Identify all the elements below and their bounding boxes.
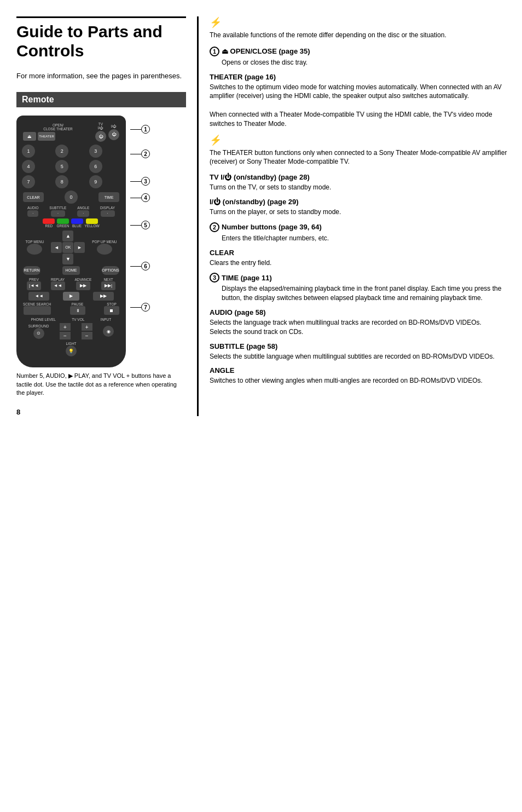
stop-button[interactable]: ⏹ (104, 306, 119, 315)
return-button[interactable]: RETURN (23, 266, 40, 275)
open-close-label: OPEN/CLOSE THEATER (23, 123, 93, 131)
green-button[interactable] (57, 218, 69, 224)
nav-ok-button[interactable]: OK (62, 242, 73, 253)
top-note-box: ⚡ The available functions of the remote … (210, 16, 511, 40)
right-column: ⚡ The available functions of the remote … (197, 16, 511, 416)
red-button[interactable] (43, 218, 55, 224)
num-0-button[interactable]: 0 (65, 191, 78, 204)
note-icon-2: ⚡ (210, 134, 511, 146)
input-button[interactable]: ◉ (103, 326, 114, 337)
item-time-body: Displays the elapsed/remaining playback … (222, 284, 511, 303)
home-button[interactable]: HOME (62, 266, 80, 275)
nav-left-button[interactable]: ◄ (51, 242, 62, 253)
time-button[interactable]: TIME (98, 192, 119, 202)
section-header: Remote (16, 92, 186, 107)
popup-menu-button[interactable] (97, 244, 112, 255)
item-audio-body: Selects the language track when multilin… (210, 318, 511, 337)
item-open-close: 1 ⏏ OPEN/CLOSE (page 35) Opens or closes… (210, 47, 511, 67)
left-column: Guide to Parts and Controls For more inf… (16, 16, 186, 416)
item-angle-body: Switches to other viewing angles when mu… (210, 376, 511, 385)
item-theater: THEATER (page 16) Switches to the optimu… (210, 73, 511, 129)
display-button[interactable]: · (101, 210, 115, 217)
item-angle: ANGLE Switches to other viewing angles w… (210, 366, 511, 385)
num-8-button[interactable]: 8 (55, 175, 68, 188)
num-4-button[interactable]: 4 (22, 160, 35, 173)
item-number-buttons-title: 2 Number buttons (page 39, 64) (210, 222, 511, 232)
tv-vol-minus[interactable]: − (82, 332, 92, 339)
theater-button[interactable]: THEATER (38, 132, 55, 141)
subtitle-button[interactable]: · (51, 210, 65, 217)
page-container: Guide to Parts and Controls For more inf… (0, 0, 522, 427)
remote-wrap: OPEN/CLOSE THEATER ⏏ THEATER TVI/⏻ ⏻ I/⏻ (16, 116, 126, 367)
advance-button[interactable]: ▶▶ (76, 281, 90, 290)
color-buttons-row: RED GREEN BLUE YELLOW (22, 218, 120, 228)
number-grid: 1 2 3 4 5 6 7 8 9 (22, 145, 120, 188)
theater-note-text: The THEATER button functions only when c… (210, 148, 511, 167)
page-title: Guide to Parts and Controls (16, 16, 186, 60)
blue-button[interactable] (71, 218, 83, 224)
phone-vol-minus[interactable]: − (60, 332, 71, 339)
eject-button[interactable]: ⏏ (23, 132, 36, 141)
remote-control: OPEN/CLOSE THEATER ⏏ THEATER TVI/⏻ ⏻ I/⏻ (16, 116, 126, 367)
audio-button[interactable]: · (27, 210, 38, 217)
callout-num-3: 3 (210, 273, 219, 283)
num-6-button[interactable]: 6 (89, 160, 102, 173)
rewind-button[interactable]: ◄◄ (28, 292, 49, 301)
bracket-2: 2 (130, 137, 150, 170)
page-number: 8 (16, 408, 186, 416)
prev-button[interactable]: |◄◄ (27, 281, 41, 290)
num-9-button[interactable]: 9 (89, 175, 102, 188)
item-io-title: I/⏻ (on/standby) (page 29) (210, 198, 511, 206)
num-1-button[interactable]: 1 (22, 145, 35, 158)
remote-illustration-area: OPEN/CLOSE THEATER ⏏ THEATER TVI/⏻ ⏻ I/⏻ (16, 116, 186, 367)
num-3-button[interactable]: 3 (89, 145, 102, 158)
num-2-button[interactable]: 2 (55, 145, 68, 158)
tv-vol-plus[interactable]: + (82, 323, 92, 331)
callout-2: 2 (141, 149, 150, 158)
bracket-3: 3 (130, 170, 150, 192)
angle-button[interactable]: · (77, 210, 89, 217)
num-7-button[interactable]: 7 (22, 175, 35, 188)
callout-num-1: 1 (210, 47, 219, 56)
item-tv-io: TV I/⏻ (on/standby) (page 28) Turns on t… (210, 173, 511, 192)
theater-note-box: ⚡ The THEATER button functions only when… (210, 134, 511, 167)
options-button[interactable]: OPTIONS (102, 266, 119, 275)
item-clear: CLEAR Clears the entry field. (210, 249, 511, 268)
callout-5: 5 (141, 221, 150, 229)
power-button[interactable]: ⏻ (108, 129, 119, 140)
scene-search-button[interactable] (24, 306, 51, 315)
light-button[interactable]: 💡 (66, 345, 77, 356)
play-button[interactable]: ▶ (63, 292, 79, 301)
phone-vol-plus[interactable]: + (60, 323, 71, 331)
top-menu-button[interactable] (27, 244, 42, 255)
item-tv-io-title: TV I/⏻ (on/standby) (page 28) (210, 173, 511, 181)
fast-forward-button[interactable]: ▶▶ (93, 292, 114, 301)
pause-button[interactable]: ⏸ (70, 306, 85, 315)
nav-down-button[interactable]: ▼ (62, 254, 73, 264)
item-open-close-title: 1 ⏏ OPEN/CLOSE (page 35) (210, 47, 511, 56)
clear-button[interactable]: CLEAR (23, 192, 44, 202)
bracket-7: 7 (130, 285, 150, 329)
item-subtitle-title: SUBTITLE (page 58) (210, 342, 511, 350)
surround-button[interactable]: ⊙ (33, 328, 44, 339)
item-number-buttons: 2 Number buttons (page 39, 64) Enters th… (210, 222, 511, 243)
nav-right-button[interactable]: ► (74, 242, 85, 253)
item-number-buttons-body: Enters the title/chapter numbers, etc. (222, 234, 511, 243)
item-io-body: Turns on the player, or sets to standby … (210, 208, 511, 217)
item-clear-body: Clears the entry field. (210, 258, 511, 268)
replay-button[interactable]: ◄◄ (51, 281, 65, 290)
callout-7: 7 (141, 303, 150, 312)
next-button[interactable]: ▶▶| (101, 281, 115, 290)
item-tv-io-body: Turns on the TV, or sets to standby mode… (210, 183, 511, 192)
top-note-text: The available functions of the remote di… (210, 31, 511, 40)
bracket-6: 6 (130, 247, 150, 285)
bracket-5: 5 (130, 203, 150, 247)
tv-power-button[interactable]: ⏻ (95, 131, 106, 142)
intro-text: For more information, see the pages in p… (16, 71, 186, 81)
nav-up-button[interactable]: ▲ (62, 231, 73, 241)
num-5-button[interactable]: 5 (55, 160, 68, 173)
callout-3: 3 (141, 177, 150, 186)
callout-6: 6 (141, 262, 150, 270)
callout-4: 4 (141, 193, 150, 202)
yellow-button[interactable] (86, 218, 98, 224)
